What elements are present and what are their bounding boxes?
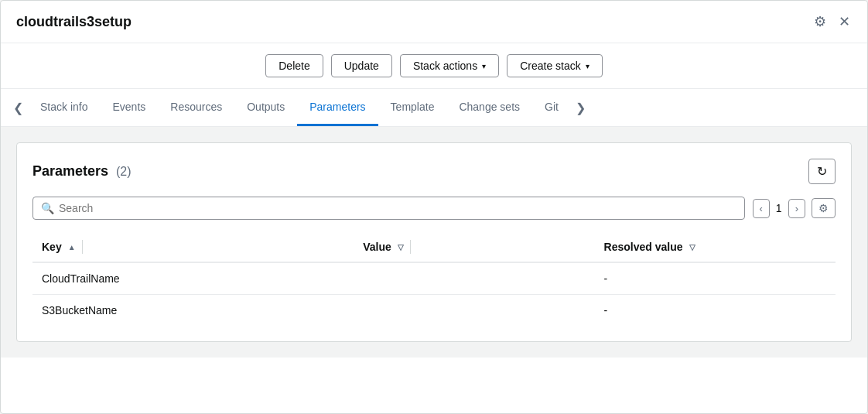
create-stack-label: Create stack xyxy=(520,60,581,72)
update-button[interactable]: Update xyxy=(331,54,392,77)
next-page-button[interactable]: › xyxy=(788,199,805,218)
tabs-bar: ❮ Stack info Events Resources Outputs Pa… xyxy=(1,89,867,127)
content-area: Parameters (2) ↻ 🔍 ‹ 1 xyxy=(1,127,867,358)
stack-actions-label: Stack actions xyxy=(413,60,477,72)
col-resolved-label: Resolved value xyxy=(604,241,683,253)
prev-page-button[interactable]: ‹ xyxy=(753,199,770,218)
delete-button[interactable]: Delete xyxy=(265,54,323,77)
tab-events[interactable]: Events xyxy=(100,90,158,126)
panel-header: Parameters (2) ↻ xyxy=(32,159,836,184)
tab-events-label: Events xyxy=(112,101,145,113)
chevron-left-icon: ❮ xyxy=(13,101,23,115)
window-title: cloudtrails3setup xyxy=(16,14,132,30)
refresh-icon: ↻ xyxy=(817,164,827,179)
main-window: cloudtrails3setup ⚙ ✕ Delete Update Stac… xyxy=(0,0,868,414)
settings-icon-button[interactable]: ⚙ xyxy=(812,12,828,32)
tab-git-label: Git xyxy=(545,101,559,113)
sort-desc-icon-value: ▽ xyxy=(398,243,404,251)
tab-change-sets[interactable]: Change sets xyxy=(446,90,532,126)
search-icon: 🔍 xyxy=(41,202,54,214)
delete-label: Delete xyxy=(279,60,309,72)
chevron-right-icon: ❯ xyxy=(576,101,586,115)
tab-prev-button[interactable]: ❮ xyxy=(9,89,28,126)
search-input[interactable] xyxy=(59,202,736,214)
row-1-value xyxy=(354,262,594,295)
panel-count: (2) xyxy=(116,165,132,178)
tab-stack-info[interactable]: Stack info xyxy=(28,90,100,126)
tab-parameters[interactable]: Parameters xyxy=(297,90,378,126)
table-body: CloudTrailName - S3BucketName - xyxy=(32,262,836,326)
create-stack-button[interactable]: Create stack ▾ xyxy=(507,54,603,77)
pagination: ‹ 1 › ⚙ xyxy=(753,198,836,218)
col-header-resolved[interactable]: Resolved value ▽ xyxy=(595,232,836,262)
tab-parameters-label: Parameters xyxy=(309,101,365,113)
page-number: 1 xyxy=(776,202,782,214)
tab-change-sets-label: Change sets xyxy=(459,101,520,113)
col-divider-1 xyxy=(82,240,83,254)
row-1-key: CloudTrailName xyxy=(32,262,354,295)
col-key-label: Key xyxy=(42,241,62,253)
create-stack-dropdown-icon: ▾ xyxy=(586,62,589,70)
toolbar: Delete Update Stack actions ▾ Create sta… xyxy=(1,43,867,89)
refresh-button[interactable]: ↻ xyxy=(808,159,836,184)
pagination-gear-icon: ⚙ xyxy=(818,202,829,214)
tab-stack-info-label: Stack info xyxy=(40,101,87,113)
col-header-key[interactable]: Key ▲ xyxy=(32,232,354,262)
sort-asc-icon: ▲ xyxy=(68,243,76,251)
prev-icon: ‹ xyxy=(760,203,763,214)
stack-actions-dropdown-icon: ▾ xyxy=(482,62,486,70)
update-label: Update xyxy=(344,60,379,72)
stack-actions-button[interactable]: Stack actions ▾ xyxy=(400,54,499,77)
tab-git[interactable]: Git xyxy=(532,90,571,126)
tab-resources-label: Resources xyxy=(170,101,222,113)
title-bar-icons: ⚙ ✕ xyxy=(812,12,852,32)
parameters-panel: Parameters (2) ↻ 🔍 ‹ 1 xyxy=(16,142,852,342)
pagination-settings-button[interactable]: ⚙ xyxy=(812,198,836,218)
next-icon: › xyxy=(795,203,798,214)
close-icon: ✕ xyxy=(839,13,850,30)
gear-icon: ⚙ xyxy=(814,13,826,30)
title-bar: cloudtrails3setup ⚙ ✕ xyxy=(1,1,867,43)
row-2-key: S3BucketName xyxy=(32,295,354,327)
search-input-wrap[interactable]: 🔍 xyxy=(32,197,745,220)
tab-outputs-label: Outputs xyxy=(247,101,285,113)
panel-title: Parameters (2) xyxy=(32,163,132,180)
tab-template-label: Template xyxy=(391,101,435,113)
col-divider-2 xyxy=(410,240,411,254)
table-header-row: Key ▲ Value ▽ xyxy=(32,232,836,262)
tab-next-button[interactable]: ❯ xyxy=(571,89,590,126)
close-button[interactable]: ✕ xyxy=(837,12,852,32)
row-2-resolved: - xyxy=(595,295,836,327)
col-header-value[interactable]: Value ▽ xyxy=(354,232,594,262)
parameters-table: Key ▲ Value ▽ xyxy=(32,232,836,326)
tab-template[interactable]: Template xyxy=(378,90,447,126)
search-bar: 🔍 ‹ 1 › ⚙ xyxy=(32,197,836,220)
row-1-resolved: - xyxy=(595,262,836,295)
row-2-value xyxy=(354,295,594,327)
tab-resources[interactable]: Resources xyxy=(158,90,234,126)
tab-outputs[interactable]: Outputs xyxy=(234,90,297,126)
col-value-label: Value xyxy=(363,241,391,253)
panel-title-text: Parameters xyxy=(32,163,108,179)
table-row: CloudTrailName - xyxy=(32,262,836,295)
sort-desc-icon-resolved: ▽ xyxy=(689,243,695,251)
table-row: S3BucketName - xyxy=(32,295,836,327)
